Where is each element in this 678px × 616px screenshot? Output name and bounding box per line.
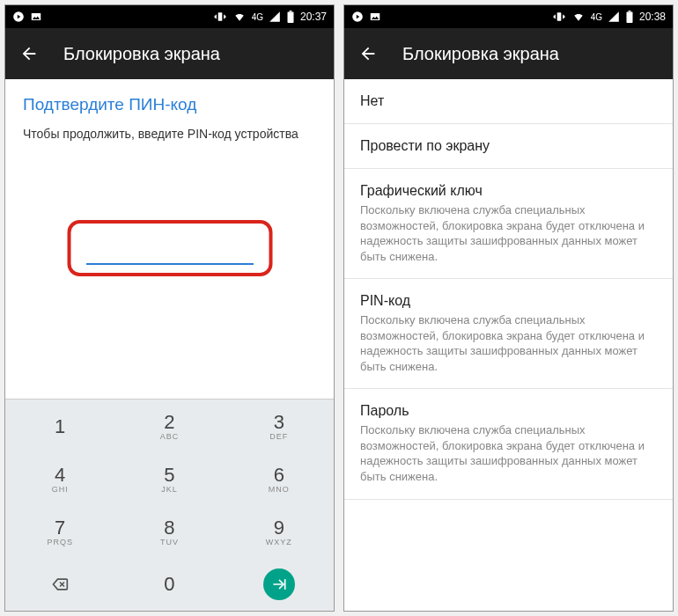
key-0[interactable]: 0 [114,558,224,611]
image-icon [369,11,381,23]
statusbar: 4G 20:37 [5,5,334,28]
pin-input[interactable] [86,238,254,265]
image-icon [30,11,42,23]
key-1[interactable]: 1 [5,400,114,452]
key-7[interactable]: 7PRQS [5,505,114,558]
back-icon[interactable] [19,44,39,63]
content-left: Подтвердите ПИН-код Чтобы продолжить, вв… [5,79,334,611]
pin-subtitle: Чтобы продолжить, введите PIN-код устрой… [23,127,316,141]
statusbar: 4G 20:38 [344,5,673,28]
play-icon [351,11,364,23]
key-6[interactable]: 6MNO [225,452,334,505]
network-label: 4G [252,12,263,22]
play-icon [12,11,25,23]
signal-icon [608,11,620,23]
keypad: 1 2ABC 3DEF 4GHI 5JKL 6MNO 7PRQS 8TUV 9W… [5,399,334,611]
battery-icon [625,11,634,23]
battery-icon [286,11,295,23]
key-4[interactable]: 4GHI [5,452,114,505]
option-none[interactable]: Нет [344,79,673,124]
svg-rect-9 [629,11,631,11]
svg-rect-3 [287,11,293,23]
option-pattern[interactable]: Графический ключ Поскольку включена служ… [344,169,673,279]
key-submit[interactable] [225,558,334,611]
svg-rect-4 [290,11,292,11]
clock: 20:38 [639,11,666,23]
submit-icon [263,568,295,600]
backspace-icon [48,576,71,593]
option-swipe[interactable]: Провести по экрану [344,124,673,169]
svg-rect-7 [556,12,561,20]
phone-left: 4G 20:37 Блокировка экрана Подтвердите П… [4,4,335,612]
pin-title: Подтвердите ПИН-код [23,95,316,114]
appbar-title: Блокировка экрана [402,44,559,64]
content-right: Нет Провести по экрану Графический ключ … [344,79,673,611]
key-8[interactable]: 8TUV [114,505,224,558]
key-2[interactable]: 2ABC [114,400,224,452]
appbar-title: Блокировка экрана [63,44,220,64]
key-9[interactable]: 9WXYZ [225,505,334,558]
key-3[interactable]: 3DEF [225,400,334,452]
wifi-icon [232,11,247,23]
signal-icon [269,11,281,23]
phone-right: 4G 20:38 Блокировка экрана Нет Провести … [343,4,674,612]
option-password[interactable]: Пароль Поскольку включена служба специал… [344,389,673,499]
key-backspace[interactable] [5,558,114,611]
vibrate-icon [213,11,227,23]
back-icon[interactable] [358,44,378,63]
appbar: Блокировка экрана [5,28,334,79]
vibrate-icon [552,11,566,23]
key-5[interactable]: 5JKL [114,452,224,505]
svg-rect-2 [217,12,222,20]
svg-rect-8 [626,11,632,23]
wifi-icon [571,11,586,23]
clock: 20:37 [300,11,327,23]
option-pin[interactable]: PIN-код Поскольку включена служба специа… [344,279,673,389]
network-label: 4G [591,12,602,22]
appbar: Блокировка экрана [344,28,673,79]
